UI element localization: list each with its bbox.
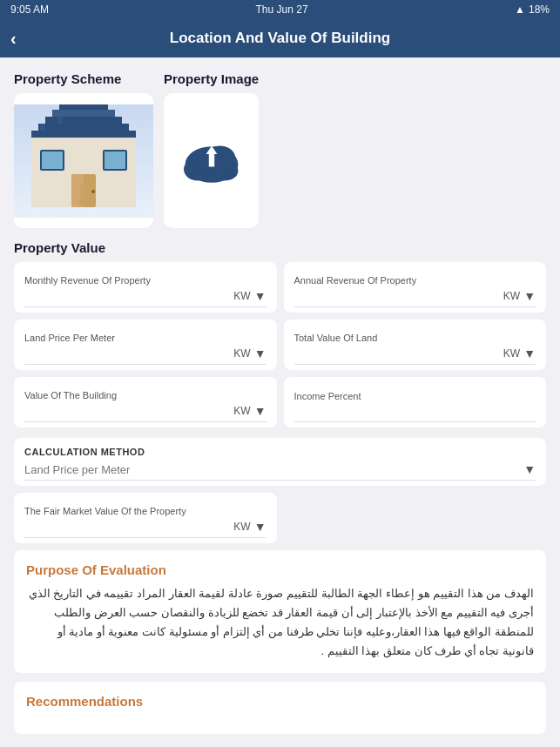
fair-market-row: KW ▼	[24, 520, 267, 538]
total-land-value-unit: KW	[503, 347, 520, 360]
svg-rect-2	[38, 124, 129, 131]
svg-rect-13	[42, 160, 52, 169]
annual-revenue-label: Annual Revenue Of Property	[294, 275, 536, 286]
building-value-field[interactable]: Value Of The Building KW ▼	[14, 377, 277, 427]
income-percent-label: Income Percent	[294, 391, 536, 401]
svg-rect-14	[52, 160, 63, 169]
svg-rect-7	[57, 117, 63, 124]
svg-rect-17	[115, 151, 125, 160]
recommendations-title: Recommendations	[26, 694, 534, 709]
calc-method-label: CALCULATION METHOD	[24, 447, 536, 457]
building-value-input[interactable]	[24, 405, 233, 418]
total-land-value-label: Total Value Of Land	[294, 333, 536, 343]
annual-revenue-row: KW ▼	[294, 289, 536, 307]
total-land-value-chevron: ▼	[523, 347, 536, 360]
monthly-revenue-chevron: ▼	[254, 289, 267, 303]
annual-revenue-unit: KW	[503, 290, 520, 302]
land-price-label: Land Price Per Meter	[24, 333, 267, 343]
property-value-label: Property Value	[14, 240, 546, 255]
land-price-row: KW ▼	[24, 347, 267, 365]
property-scheme-label: Property Scheme	[14, 71, 153, 86]
svg-rect-5	[59, 104, 108, 110]
land-price-field[interactable]: Land Price Per Meter KW ▼	[14, 320, 277, 370]
calc-method-chevron: ▼	[523, 462, 536, 476]
property-scheme-section: Property Scheme	[14, 71, 153, 228]
monthly-revenue-field[interactable]: Monthly Revenue Of Property KW ▼	[14, 262, 277, 313]
bottom-fields-grid: The Fair Market Value Of the Property KW…	[14, 493, 546, 543]
property-image-section: Property Image	[164, 71, 259, 228]
recommendations-section: Recommendations	[14, 682, 546, 734]
income-percent-row	[294, 405, 536, 422]
annual-revenue-chevron: ▼	[523, 289, 536, 303]
property-value-section: Property Value Monthly Revenue Of Proper…	[14, 240, 546, 427]
fair-market-input[interactable]	[24, 521, 233, 534]
property-image-label: Property Image	[164, 71, 259, 86]
calculation-method-section: CALCULATION METHOD ▼	[14, 438, 546, 486]
upload-icon-container	[177, 126, 246, 196]
svg-rect-24	[80, 192, 87, 202]
svg-rect-4	[52, 110, 115, 117]
upload-cloud-svg	[177, 126, 246, 196]
header-title: Location And Value Of Building	[170, 30, 390, 47]
annual-revenue-field[interactable]: Annual Revenue Of Property KW ▼	[284, 262, 547, 313]
back-button[interactable]: ‹	[10, 29, 17, 49]
fair-market-chevron: ▼	[254, 520, 267, 534]
svg-rect-8	[75, 110, 80, 117]
svg-point-25	[79, 184, 88, 192]
land-price-input[interactable]	[24, 347, 233, 360]
purpose-section: Purpose Of Evaluation الهدف من هذا التقي…	[14, 550, 546, 673]
monthly-revenue-input[interactable]	[24, 290, 233, 303]
svg-rect-19	[115, 160, 125, 169]
building-value-label: Value Of The Building	[24, 390, 267, 400]
fair-market-label: The Fair Market Value Of the Property	[24, 506, 267, 516]
land-price-unit: KW	[233, 347, 250, 360]
svg-rect-18	[105, 160, 115, 169]
images-row: Property Scheme	[14, 71, 546, 228]
svg-rect-11	[42, 151, 52, 160]
monthly-revenue-label: Monthly Revenue Of Property	[24, 275, 267, 286]
property-scheme-card[interactable]	[14, 93, 153, 228]
income-percent-field[interactable]: Income Percent	[284, 377, 547, 427]
status-right: ▲ 18%	[515, 3, 550, 16]
battery-level: 18%	[529, 3, 550, 16]
monthly-revenue-unit: KW	[233, 290, 250, 302]
status-time: 9:05 AM	[10, 3, 49, 16]
property-image-card[interactable]	[164, 93, 259, 228]
wifi-icon: ▲	[515, 3, 525, 16]
fair-market-field[interactable]: The Fair Market Value Of the Property KW…	[14, 493, 277, 543]
purpose-text: الهدف من هذا التقييم هو إعطاء الجهة الطا…	[26, 584, 534, 661]
calc-method-input[interactable]	[24, 463, 520, 476]
total-land-value-field[interactable]: Total Value Of Land KW ▼	[284, 320, 547, 370]
fair-market-unit: KW	[233, 521, 250, 533]
annual-revenue-input[interactable]	[294, 290, 503, 303]
calc-method-row: ▼	[24, 462, 536, 481]
status-bar: 9:05 AM Thu Jun 27 ▲ 18%	[0, 0, 560, 19]
svg-rect-1	[31, 131, 136, 138]
building-value-chevron: ▼	[254, 404, 267, 418]
house-image	[14, 93, 153, 228]
main-content: Property Scheme	[0, 57, 560, 747]
svg-point-22	[91, 190, 95, 193]
monthly-revenue-row: KW ▼	[24, 289, 267, 307]
total-land-value-row: KW ▼	[294, 347, 536, 365]
status-date: Thu Jun 27	[256, 3, 308, 16]
svg-rect-16	[105, 151, 115, 160]
header: ‹ Location And Value Of Building	[0, 19, 560, 57]
total-land-value-input[interactable]	[294, 347, 503, 360]
property-value-grid: Monthly Revenue Of Property KW ▼ Annual …	[14, 262, 546, 427]
svg-rect-12	[52, 151, 63, 160]
income-percent-input[interactable]	[294, 405, 536, 418]
building-value-unit: KW	[233, 405, 250, 417]
house-svg	[14, 104, 153, 218]
svg-rect-3	[45, 117, 122, 124]
purpose-title: Purpose Of Evaluation	[26, 562, 534, 577]
land-price-chevron: ▼	[254, 347, 267, 360]
building-value-row: KW ▼	[24, 404, 267, 422]
svg-rect-6	[40, 124, 45, 131]
